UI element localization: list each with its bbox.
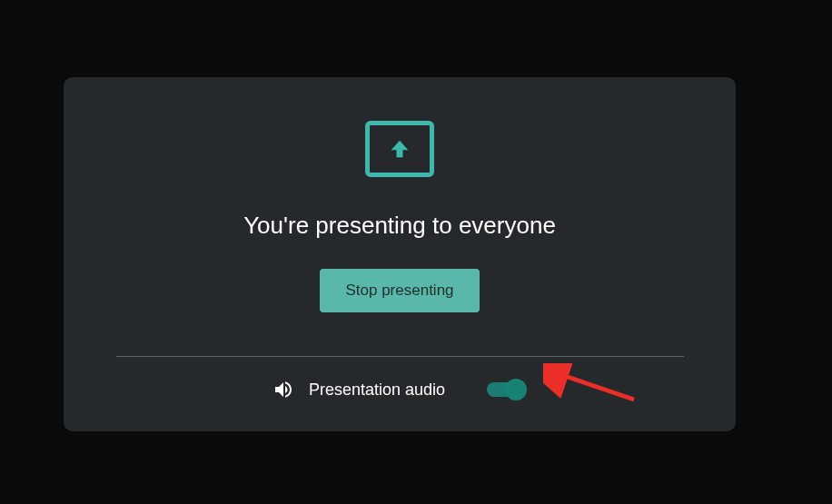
presenting-card: You're presenting to everyone Stop prese… xyxy=(64,77,736,431)
presenting-heading: You're presenting to everyone xyxy=(243,212,556,240)
presentation-audio-row: Presentation audio xyxy=(272,379,527,400)
arrow-up-icon xyxy=(387,136,412,162)
volume-icon xyxy=(272,379,294,400)
presentation-audio-toggle[interactable] xyxy=(487,382,527,397)
present-to-all-icon xyxy=(365,121,434,177)
toggle-thumb xyxy=(505,379,527,400)
stop-presenting-button[interactable]: Stop presenting xyxy=(320,269,479,312)
presentation-audio-label: Presentation audio xyxy=(309,380,445,400)
divider xyxy=(116,356,684,357)
